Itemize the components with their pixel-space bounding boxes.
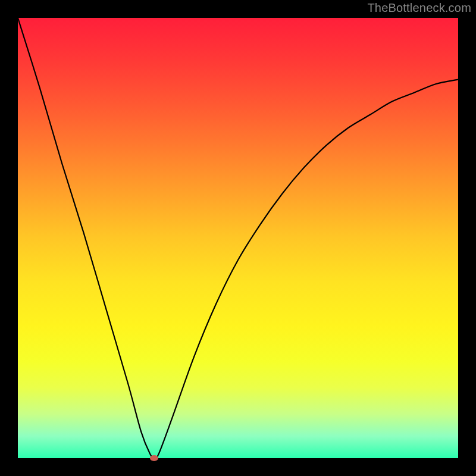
plot-area — [18, 18, 458, 458]
curve-path — [18, 18, 458, 458]
chart-frame: TheBottleneck.com — [0, 0, 476, 476]
optimum-marker — [150, 455, 158, 461]
bottleneck-curve — [18, 18, 458, 458]
watermark-text: TheBottleneck.com — [367, 1, 471, 15]
